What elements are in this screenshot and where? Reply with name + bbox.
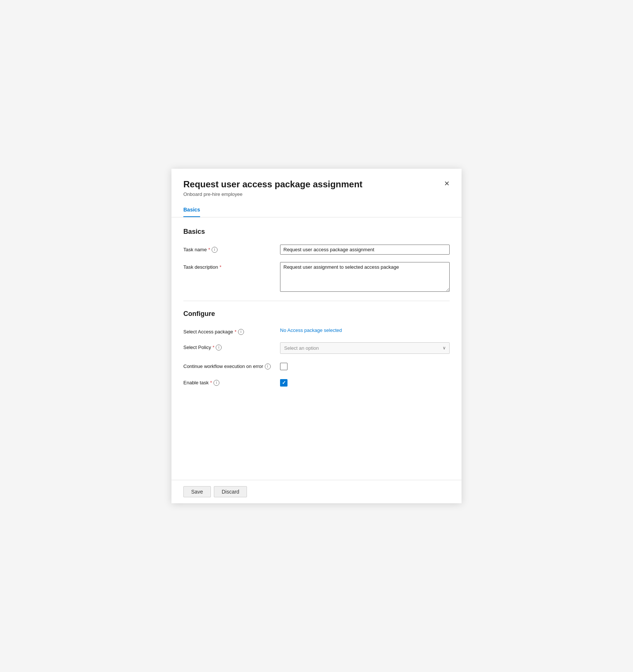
task-name-input[interactable] bbox=[280, 245, 450, 255]
dialog-header: Request user access package assignment O… bbox=[171, 169, 462, 203]
access-package-link[interactable]: No Access package selected bbox=[280, 325, 342, 333]
task-description-input[interactable]: Request user assignment to selected acce… bbox=[280, 262, 450, 292]
task-description-control: Request user assignment to selected acce… bbox=[280, 262, 450, 293]
continue-workflow-label: Continue workflow execution on error i bbox=[183, 361, 280, 369]
policy-info-icon[interactable]: i bbox=[216, 345, 222, 350]
tab-basics[interactable]: Basics bbox=[183, 203, 200, 217]
policy-select-wrapper: Select an option ∨ bbox=[280, 342, 450, 354]
policy-row: Select Policy * i Select an option ∨ bbox=[183, 342, 450, 354]
enable-task-required: * bbox=[210, 380, 212, 385]
dialog: Request user access package assignment O… bbox=[171, 169, 462, 503]
close-button[interactable]: ✕ bbox=[441, 178, 453, 190]
enable-task-checkbox[interactable]: ✓ bbox=[280, 379, 287, 387]
configure-section-title: Configure bbox=[183, 310, 450, 318]
enable-task-control: ✓ bbox=[280, 378, 450, 387]
basics-section-title: Basics bbox=[183, 228, 450, 236]
access-package-label: Select Access package * i bbox=[183, 327, 280, 335]
tabs-container: Basics bbox=[171, 203, 462, 217]
task-description-row: Task description * Request user assignme… bbox=[183, 262, 450, 293]
policy-required: * bbox=[212, 345, 214, 350]
policy-select[interactable]: Select an option bbox=[280, 342, 450, 354]
continue-workflow-checkbox[interactable] bbox=[280, 363, 287, 370]
access-package-control: No Access package selected bbox=[280, 327, 450, 333]
task-description-required: * bbox=[219, 264, 221, 270]
task-description-label: Task description * bbox=[183, 262, 280, 270]
checkmark-icon: ✓ bbox=[282, 380, 286, 385]
policy-label: Select Policy * i bbox=[183, 342, 280, 350]
access-package-row: Select Access package * i No Access pack… bbox=[183, 327, 450, 335]
enable-task-checkbox-container: ✓ bbox=[280, 378, 450, 387]
discard-button[interactable]: Discard bbox=[214, 486, 247, 497]
dialog-footer: Save Discard bbox=[171, 480, 462, 503]
continue-workflow-control bbox=[280, 361, 450, 370]
configure-section: Configure Select Access package * i No A… bbox=[183, 310, 450, 387]
task-name-required: * bbox=[208, 247, 210, 252]
continue-workflow-row: Continue workflow execution on error i bbox=[183, 361, 450, 370]
dialog-subtitle: Onboard pre-hire employee bbox=[183, 191, 450, 197]
task-name-label: Task name * i bbox=[183, 245, 280, 253]
dialog-content: Basics Task name * i Task description bbox=[171, 217, 462, 480]
basics-section: Basics Task name * i Task description bbox=[183, 228, 450, 293]
close-icon: ✕ bbox=[444, 180, 450, 188]
access-package-info-icon[interactable]: i bbox=[238, 329, 244, 335]
continue-workflow-checkbox-container bbox=[280, 361, 450, 370]
enable-task-row: Enable task * i ✓ bbox=[183, 378, 450, 387]
dialog-title: Request user access package assignment bbox=[183, 179, 450, 190]
task-name-info-icon[interactable]: i bbox=[212, 247, 218, 253]
continue-workflow-info-icon[interactable]: i bbox=[265, 364, 271, 369]
enable-task-info-icon[interactable]: i bbox=[213, 380, 219, 386]
task-name-row: Task name * i bbox=[183, 245, 450, 255]
enable-task-label: Enable task * i bbox=[183, 378, 280, 386]
task-name-control bbox=[280, 245, 450, 255]
policy-control: Select an option ∨ bbox=[280, 342, 450, 354]
access-package-required: * bbox=[235, 329, 237, 335]
save-button[interactable]: Save bbox=[183, 486, 211, 497]
section-divider bbox=[183, 301, 450, 301]
